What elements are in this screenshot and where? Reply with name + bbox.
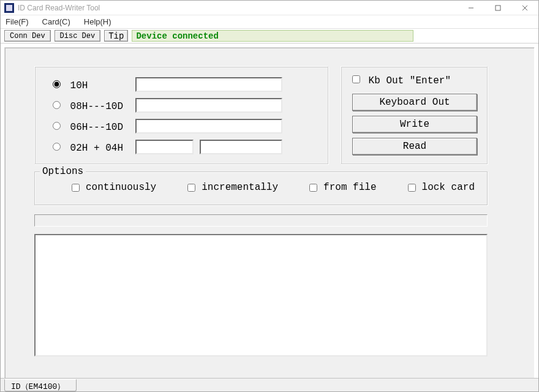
radio-02h04h-input[interactable] bbox=[53, 143, 61, 151]
actions-panel: Kb Out "Enter" Keyboard Out Write Read bbox=[341, 66, 488, 164]
radio-08h10d-input[interactable] bbox=[53, 101, 61, 109]
opt-incrementally-label: incrementally bbox=[202, 182, 278, 193]
menu-help[interactable]: Help(H) bbox=[81, 16, 114, 28]
options-legend: Options bbox=[40, 166, 86, 177]
formats-panel: 10H 08H---10D 06H---10D bbox=[34, 66, 328, 164]
radio-06h10d-input[interactable] bbox=[53, 122, 61, 130]
keyboard-out-button[interactable]: Keyboard Out bbox=[352, 94, 477, 111]
radio-02h04h[interactable]: 02H + 04H bbox=[50, 141, 135, 154]
input-04h[interactable] bbox=[200, 140, 282, 154]
menu-bar: File(F) Card(C) Help(H) bbox=[1, 15, 538, 29]
radio-06h10d[interactable]: 06H---10D bbox=[50, 120, 135, 133]
app-icon bbox=[4, 3, 14, 13]
opt-from-file-input[interactable] bbox=[309, 184, 317, 192]
minimize-button[interactable] bbox=[458, 1, 484, 15]
input-06h10d[interactable] bbox=[135, 119, 282, 134]
radio-02h04h-label: 02H + 04H bbox=[70, 143, 123, 154]
client-area: 10H 08H---10D 06H---10D bbox=[4, 47, 535, 388]
opt-continuously-label: continuously bbox=[86, 182, 156, 193]
window-title: ID Card Read-Writer Tool bbox=[18, 4, 100, 12]
opt-continuously[interactable]: continuously bbox=[72, 182, 156, 193]
write-button[interactable]: Write bbox=[352, 116, 477, 133]
kb-out-enter-input[interactable] bbox=[352, 75, 360, 83]
opt-incrementally[interactable]: incrementally bbox=[187, 182, 278, 193]
menu-file[interactable]: File(F) bbox=[3, 16, 31, 28]
options-group: Options continuously incrementally from … bbox=[34, 172, 488, 205]
maximize-icon bbox=[495, 5, 501, 11]
radio-06h10d-label: 06H---10D bbox=[70, 122, 123, 133]
toolbar: Conn Dev Disc Dev Tip Device connected bbox=[1, 29, 538, 43]
close-button[interactable] bbox=[511, 1, 538, 15]
opt-lock-card[interactable]: lock card bbox=[408, 182, 475, 193]
opt-continuously-input[interactable] bbox=[72, 184, 80, 192]
bottom-tab-strip: ID（EM4100） bbox=[1, 378, 538, 391]
kb-out-enter-label: Kb Out "Enter" bbox=[369, 75, 451, 86]
input-10h[interactable] bbox=[135, 77, 282, 92]
read-button[interactable]: Read bbox=[352, 138, 477, 155]
radio-10h-label: 10H bbox=[70, 80, 88, 91]
minimize-icon bbox=[468, 5, 474, 11]
radio-10h[interactable]: 10H bbox=[50, 78, 135, 91]
tip-label: Tip bbox=[104, 30, 128, 42]
radio-08h10d[interactable]: 08H---10D bbox=[50, 99, 135, 112]
menu-card[interactable]: Card(C) bbox=[40, 16, 73, 28]
opt-lock-card-input[interactable] bbox=[408, 184, 416, 192]
svg-rect-1 bbox=[496, 6, 500, 10]
opt-from-file-label: from file bbox=[323, 182, 376, 193]
opt-incrementally-input[interactable] bbox=[187, 184, 195, 192]
radio-08h10d-label: 08H---10D bbox=[70, 101, 123, 112]
progress-bar-area bbox=[34, 214, 488, 227]
tab-id-em4100[interactable]: ID（EM4100） bbox=[4, 379, 77, 391]
kb-out-enter-checkbox[interactable]: Kb Out "Enter" bbox=[352, 75, 451, 86]
input-08h10d[interactable] bbox=[135, 98, 282, 113]
maximize-button[interactable] bbox=[484, 1, 511, 15]
close-icon bbox=[522, 5, 528, 11]
tip-status: Device connected bbox=[132, 30, 413, 42]
radio-10h-input[interactable] bbox=[53, 80, 61, 88]
app-window: ID Card Read-Writer Tool File(F) Card(C)… bbox=[0, 0, 539, 392]
opt-lock-card-label: lock card bbox=[422, 182, 475, 193]
disc-dev-button[interactable]: Disc Dev bbox=[55, 30, 101, 42]
conn-dev-button[interactable]: Conn Dev bbox=[4, 30, 51, 42]
opt-from-file[interactable]: from file bbox=[309, 182, 376, 193]
title-bar: ID Card Read-Writer Tool bbox=[1, 1, 538, 15]
log-output[interactable] bbox=[34, 234, 488, 356]
input-02h[interactable] bbox=[135, 140, 194, 154]
